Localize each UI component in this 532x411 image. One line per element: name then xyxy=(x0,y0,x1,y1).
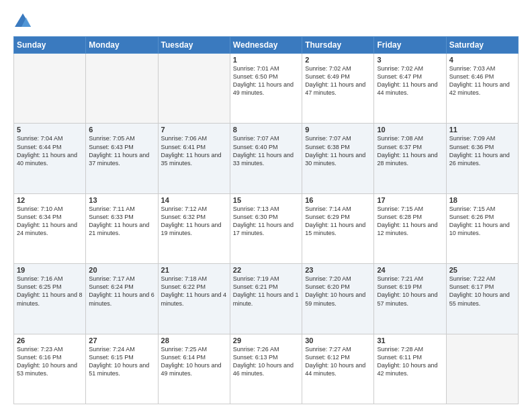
day-number: 20 xyxy=(89,266,154,274)
calendar-header: SundayMondayTuesdayWednesdayThursdayFrid… xyxy=(14,37,519,54)
day-cell: 22Sunrise: 7:19 AM Sunset: 6:21 PM Dayli… xyxy=(230,264,302,334)
day-info: Sunrise: 7:19 AM Sunset: 6:21 PM Dayligh… xyxy=(233,275,299,308)
day-cell: 30Sunrise: 7:27 AM Sunset: 6:12 PM Dayli… xyxy=(302,334,374,404)
day-number: 2 xyxy=(305,56,371,64)
day-cell: 21Sunrise: 7:18 AM Sunset: 6:22 PM Dayli… xyxy=(158,264,230,334)
day-info: Sunrise: 7:13 AM Sunset: 6:30 PM Dayligh… xyxy=(233,205,299,238)
day-info: Sunrise: 7:27 AM Sunset: 6:12 PM Dayligh… xyxy=(305,345,371,378)
day-cell: 1Sunrise: 7:01 AM Sunset: 6:50 PM Daylig… xyxy=(230,54,302,124)
day-header-row: SundayMondayTuesdayWednesdayThursdayFrid… xyxy=(14,37,519,54)
day-header-thursday: Thursday xyxy=(302,37,374,54)
day-number: 26 xyxy=(17,336,83,345)
day-header-monday: Monday xyxy=(86,37,158,54)
day-number: 14 xyxy=(161,196,227,204)
logo xyxy=(13,12,35,31)
day-cell: 24Sunrise: 7:21 AM Sunset: 6:19 PM Dayli… xyxy=(374,264,446,334)
day-cell: 27Sunrise: 7:24 AM Sunset: 6:15 PM Dayli… xyxy=(86,334,158,404)
day-cell: 23Sunrise: 7:20 AM Sunset: 6:20 PM Dayli… xyxy=(302,264,374,334)
day-info: Sunrise: 7:20 AM Sunset: 6:20 PM Dayligh… xyxy=(305,275,371,308)
day-info: Sunrise: 7:18 AM Sunset: 6:22 PM Dayligh… xyxy=(161,275,227,308)
day-info: Sunrise: 7:09 AM Sunset: 6:36 PM Dayligh… xyxy=(449,134,515,167)
day-number: 11 xyxy=(449,126,515,134)
day-info: Sunrise: 7:16 AM Sunset: 6:25 PM Dayligh… xyxy=(17,275,83,308)
day-cell: 19Sunrise: 7:16 AM Sunset: 6:25 PM Dayli… xyxy=(14,264,86,334)
week-row-4: 26Sunrise: 7:23 AM Sunset: 6:16 PM Dayli… xyxy=(14,334,519,404)
day-info: Sunrise: 7:25 AM Sunset: 6:14 PM Dayligh… xyxy=(161,345,227,378)
day-cell xyxy=(446,334,518,404)
day-info: Sunrise: 7:24 AM Sunset: 6:15 PM Dayligh… xyxy=(89,345,154,378)
day-cell: 11Sunrise: 7:09 AM Sunset: 6:36 PM Dayli… xyxy=(446,124,518,193)
day-number: 21 xyxy=(161,266,227,274)
day-info: Sunrise: 7:05 AM Sunset: 6:43 PM Dayligh… xyxy=(89,134,154,167)
day-number: 15 xyxy=(233,196,299,204)
day-number: 27 xyxy=(89,336,154,345)
day-cell: 8Sunrise: 7:07 AM Sunset: 6:40 PM Daylig… xyxy=(230,124,302,193)
day-number: 13 xyxy=(89,196,154,204)
day-info: Sunrise: 7:10 AM Sunset: 6:34 PM Dayligh… xyxy=(17,205,83,238)
day-number: 25 xyxy=(449,266,515,274)
day-header-saturday: Saturday xyxy=(446,37,518,54)
day-number: 17 xyxy=(377,196,443,204)
day-cell: 10Sunrise: 7:08 AM Sunset: 6:37 PM Dayli… xyxy=(374,124,446,193)
day-cell: 15Sunrise: 7:13 AM Sunset: 6:30 PM Dayli… xyxy=(230,193,302,263)
day-cell xyxy=(158,54,230,124)
logo-icon xyxy=(13,12,32,31)
week-row-3: 19Sunrise: 7:16 AM Sunset: 6:25 PM Dayli… xyxy=(14,264,519,334)
day-info: Sunrise: 7:22 AM Sunset: 6:17 PM Dayligh… xyxy=(449,275,515,308)
day-header-sunday: Sunday xyxy=(14,37,86,54)
day-number: 16 xyxy=(305,196,371,204)
day-cell: 7Sunrise: 7:06 AM Sunset: 6:41 PM Daylig… xyxy=(158,124,230,193)
day-number: 18 xyxy=(449,196,515,204)
day-cell xyxy=(86,54,158,124)
week-row-1: 5Sunrise: 7:04 AM Sunset: 6:44 PM Daylig… xyxy=(14,124,519,193)
day-number: 29 xyxy=(233,336,299,345)
day-info: Sunrise: 7:11 AM Sunset: 6:33 PM Dayligh… xyxy=(89,205,154,238)
week-row-2: 12Sunrise: 7:10 AM Sunset: 6:34 PM Dayli… xyxy=(14,193,519,263)
day-cell: 20Sunrise: 7:17 AM Sunset: 6:24 PM Dayli… xyxy=(86,264,158,334)
day-number: 6 xyxy=(89,126,154,134)
day-number: 10 xyxy=(377,126,443,134)
day-number: 30 xyxy=(305,336,371,345)
day-number: 23 xyxy=(305,266,371,274)
page: SundayMondayTuesdayWednesdayThursdayFrid… xyxy=(0,0,532,411)
day-cell: 3Sunrise: 7:02 AM Sunset: 6:47 PM Daylig… xyxy=(374,54,446,124)
day-cell: 28Sunrise: 7:25 AM Sunset: 6:14 PM Dayli… xyxy=(158,334,230,404)
day-cell: 16Sunrise: 7:14 AM Sunset: 6:29 PM Dayli… xyxy=(302,193,374,263)
week-row-0: 1Sunrise: 7:01 AM Sunset: 6:50 PM Daylig… xyxy=(14,54,519,124)
day-number: 3 xyxy=(377,56,443,64)
day-info: Sunrise: 7:26 AM Sunset: 6:13 PM Dayligh… xyxy=(233,345,299,378)
day-number: 22 xyxy=(233,266,299,274)
day-cell: 13Sunrise: 7:11 AM Sunset: 6:33 PM Dayli… xyxy=(86,193,158,263)
day-info: Sunrise: 7:15 AM Sunset: 6:26 PM Dayligh… xyxy=(449,205,515,238)
calendar: SundayMondayTuesdayWednesdayThursdayFrid… xyxy=(13,36,519,404)
day-cell: 14Sunrise: 7:12 AM Sunset: 6:32 PM Dayli… xyxy=(158,193,230,263)
day-cell: 2Sunrise: 7:02 AM Sunset: 6:49 PM Daylig… xyxy=(302,54,374,124)
day-cell: 9Sunrise: 7:07 AM Sunset: 6:38 PM Daylig… xyxy=(302,124,374,193)
day-number: 19 xyxy=(17,266,83,274)
day-cell: 26Sunrise: 7:23 AM Sunset: 6:16 PM Dayli… xyxy=(14,334,86,404)
day-cell: 4Sunrise: 7:03 AM Sunset: 6:46 PM Daylig… xyxy=(446,54,518,124)
day-number: 5 xyxy=(17,126,83,134)
day-info: Sunrise: 7:23 AM Sunset: 6:16 PM Dayligh… xyxy=(17,345,83,378)
day-info: Sunrise: 7:01 AM Sunset: 6:50 PM Dayligh… xyxy=(233,64,299,97)
day-info: Sunrise: 7:17 AM Sunset: 6:24 PM Dayligh… xyxy=(89,275,154,308)
day-info: Sunrise: 7:02 AM Sunset: 6:49 PM Dayligh… xyxy=(305,64,371,97)
day-number: 24 xyxy=(377,266,443,274)
day-info: Sunrise: 7:08 AM Sunset: 6:37 PM Dayligh… xyxy=(377,134,443,167)
day-info: Sunrise: 7:28 AM Sunset: 6:11 PM Dayligh… xyxy=(377,345,443,378)
header xyxy=(13,12,519,31)
day-info: Sunrise: 7:02 AM Sunset: 6:47 PM Dayligh… xyxy=(377,64,443,97)
day-number: 1 xyxy=(233,56,299,64)
day-header-wednesday: Wednesday xyxy=(230,37,302,54)
day-cell xyxy=(14,54,86,124)
day-info: Sunrise: 7:06 AM Sunset: 6:41 PM Dayligh… xyxy=(161,134,227,167)
day-info: Sunrise: 7:03 AM Sunset: 6:46 PM Dayligh… xyxy=(449,64,515,97)
day-number: 12 xyxy=(17,196,83,204)
day-number: 9 xyxy=(305,126,371,134)
day-cell: 17Sunrise: 7:15 AM Sunset: 6:28 PM Dayli… xyxy=(374,193,446,263)
day-cell: 6Sunrise: 7:05 AM Sunset: 6:43 PM Daylig… xyxy=(86,124,158,193)
day-number: 4 xyxy=(449,56,515,64)
day-cell: 12Sunrise: 7:10 AM Sunset: 6:34 PM Dayli… xyxy=(14,193,86,263)
day-info: Sunrise: 7:04 AM Sunset: 6:44 PM Dayligh… xyxy=(17,134,83,167)
day-cell: 25Sunrise: 7:22 AM Sunset: 6:17 PM Dayli… xyxy=(446,264,518,334)
